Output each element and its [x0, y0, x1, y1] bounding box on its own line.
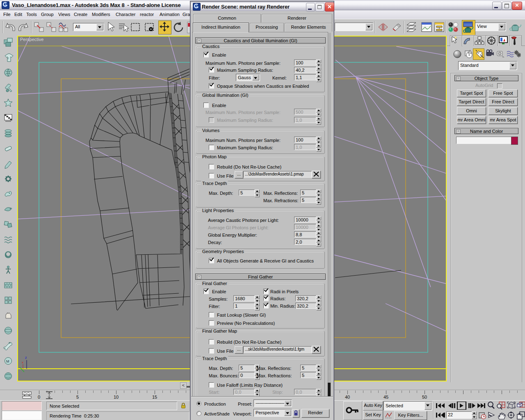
svg-text:x: x [22, 361, 23, 364]
svg-text:15: 15 [152, 395, 157, 399]
svg-text:z: z [25, 356, 27, 360]
svg-text:50: 50 [422, 395, 427, 399]
svg-text:40: 40 [345, 395, 350, 399]
svg-text:0: 0 [38, 395, 40, 399]
svg-text:5: 5 [76, 395, 79, 399]
svg-text:Perspective: Perspective [20, 37, 43, 42]
svg-text:10: 10 [114, 395, 119, 399]
svg-text:45: 45 [383, 395, 388, 399]
